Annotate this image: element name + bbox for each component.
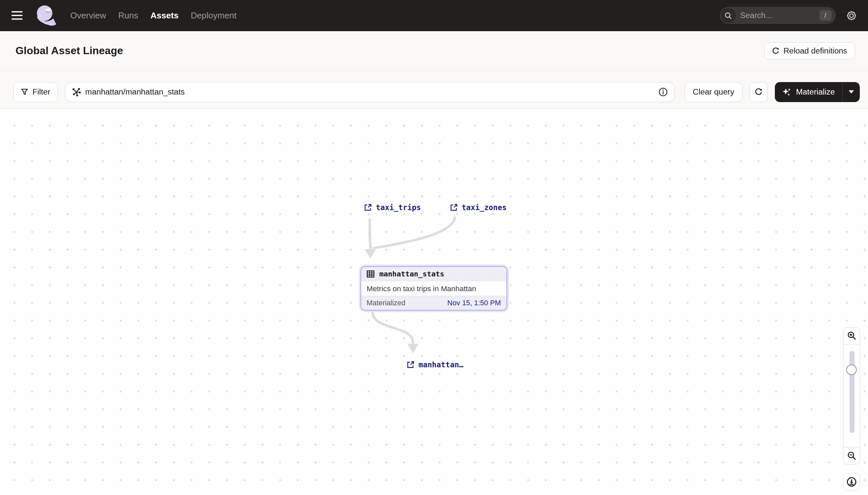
zoom-slider-track[interactable] (850, 351, 854, 433)
zoom-controls (843, 327, 860, 491)
asset-link-label: taxi_trips (376, 203, 421, 212)
nav-item-overview[interactable]: Overview (65, 6, 111, 25)
zoom-out-button[interactable] (843, 447, 860, 464)
materialize-button[interactable]: Materialize (775, 82, 843, 102)
zoom-slider-handle[interactable] (846, 364, 857, 376)
chevron-down-icon (849, 90, 854, 93)
clear-query-button[interactable]: Clear query (685, 82, 742, 102)
asset-link-label: taxi_zones (462, 203, 507, 212)
asset-node-footer: Materialized Nov 15, 1:50 PM (361, 296, 507, 310)
search-icon (721, 8, 736, 23)
page-header: Global Asset Lineage Reload definitions (0, 31, 868, 71)
asset-node-header: manhattan_stats (361, 267, 507, 281)
zoom-out-icon (847, 451, 856, 461)
refresh-graph-button[interactable] (749, 82, 768, 102)
refresh-icon (755, 88, 763, 96)
asset-link-taxi-zones[interactable]: taxi_zones (450, 203, 507, 212)
search-shortcut-badge: / (819, 10, 832, 21)
table-icon (367, 270, 375, 278)
page-title: Global Asset Lineage (15, 45, 123, 57)
lineage-graph-canvas[interactable]: taxi_trips taxi_zones manhattan_stats Me… (0, 109, 868, 495)
settings-button[interactable] (844, 8, 859, 23)
nav-item-runs[interactable]: Runs (113, 6, 143, 25)
dagster-logo[interactable] (34, 4, 58, 27)
external-link-icon (364, 204, 372, 211)
asset-link-taxi-trips[interactable]: taxi_trips (364, 203, 421, 212)
zoom-slider[interactable] (843, 344, 860, 447)
edge-manhattan-stats-to-downstream (373, 311, 413, 343)
asset-node-manhattan-stats[interactable]: manhattan_stats Metrics on taxi trips in… (360, 266, 507, 310)
sparkle-icon (782, 87, 792, 97)
asset-description-text: Metrics on taxi trips in Manhattan (367, 284, 476, 293)
edge-taxi-trips-to-manhattan-stats (370, 220, 371, 249)
filter-funnel-icon (21, 88, 29, 96)
nav-item-deployment[interactable]: Deployment (186, 6, 242, 25)
materialize-dropdown-button[interactable] (843, 82, 860, 102)
search-placeholder: Search... (740, 11, 819, 20)
edge-taxi-zones-to-manhattan-stats (374, 218, 455, 248)
asset-node-name: manhattan_stats (379, 270, 444, 278)
materialize-label: Materialize (796, 87, 835, 97)
zoom-in-icon (847, 331, 856, 340)
hamburger-menu-icon[interactable] (8, 6, 26, 25)
asset-graph-icon (72, 87, 81, 97)
top-navbar: Overview Runs Assets Deployment Search..… (0, 0, 868, 31)
asset-link-manhattan-map[interactable]: manhattan… (407, 360, 463, 369)
nav-item-assets[interactable]: Assets (145, 6, 183, 25)
download-image-button[interactable] (843, 473, 860, 490)
reload-definitions-button[interactable]: Reload definitions (764, 42, 855, 59)
materialization-status-label: Materialized (367, 299, 405, 307)
refresh-icon (772, 47, 780, 55)
materialize-split-button: Materialize (775, 82, 860, 102)
asset-query-input[interactable]: manhattan/manhattan_stats (65, 82, 675, 102)
lineage-toolbar: Filter manhattan/manhattan_stats Clear q… (0, 71, 868, 109)
arrowhead-icon (365, 249, 376, 259)
filter-button[interactable]: Filter (14, 82, 58, 102)
asset-node-description: Metrics on taxi trips in Manhattan (361, 281, 507, 296)
download-icon (846, 477, 857, 487)
external-link-icon (407, 361, 415, 369)
reload-definitions-label: Reload definitions (783, 46, 847, 55)
zoom-in-button[interactable] (843, 327, 860, 344)
arrowhead-icon (407, 344, 419, 353)
primary-nav: Overview Runs Assets Deployment (65, 6, 242, 25)
asset-link-label: manhattan… (419, 360, 463, 369)
gear-icon (846, 10, 857, 21)
clear-query-label: Clear query (693, 87, 734, 97)
materialization-timestamp-link[interactable]: Nov 15, 1:50 PM (447, 299, 501, 307)
info-icon[interactable] (658, 87, 668, 97)
external-link-icon (450, 204, 458, 211)
dagster-octopus-icon (34, 4, 58, 27)
global-search-input[interactable]: Search... / (720, 7, 836, 24)
asset-query-value: manhattan/manhattan_stats (85, 87, 654, 97)
filter-label: Filter (33, 87, 50, 97)
